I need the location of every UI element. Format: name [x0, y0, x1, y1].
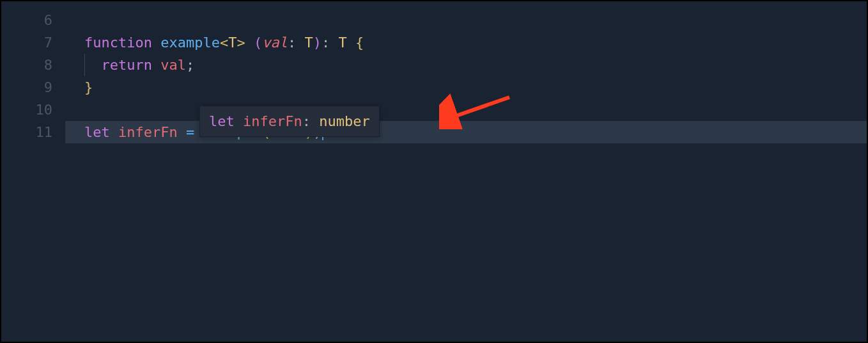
svg-line-1 — [451, 97, 509, 118]
angle-bracket: > — [236, 35, 245, 51]
variable-name: inferFn — [118, 124, 178, 140]
annotation-arrow-icon — [439, 91, 516, 136]
return-type: T — [338, 35, 346, 51]
brace: { — [355, 35, 364, 51]
line-number-gutter: 6 7 8 9 10 11 — [1, 1, 65, 342]
code-line-7[interactable]: function example<T> (val: T): T { — [65, 31, 867, 54]
code-editor[interactable]: 6 7 8 9 10 11 function example<T> (val: … — [1, 1, 867, 342]
tooltip-colon: : — [302, 113, 320, 129]
variable: val — [160, 57, 186, 73]
indent-guide — [84, 54, 85, 76]
tooltip-varname: inferFn — [243, 113, 302, 129]
line-number: 6 — [1, 9, 52, 31]
code-line-6[interactable] — [65, 9, 867, 31]
paren: ( — [254, 35, 262, 51]
paren: ) — [313, 35, 322, 51]
code-line-8[interactable]: return val; — [65, 54, 867, 76]
colon: : — [288, 35, 305, 51]
keyword-function: function — [84, 35, 152, 51]
function-name: example — [160, 35, 220, 51]
keyword-return: return — [102, 57, 152, 73]
operator-equals: = — [186, 124, 194, 140]
code-content[interactable]: function example<T> (val: T): T { return… — [65, 1, 867, 342]
keyword-let: let — [84, 124, 110, 140]
generic-type: T — [228, 35, 236, 51]
line-number: 7 — [1, 31, 52, 54]
line-number: 9 — [1, 76, 52, 99]
angle-bracket: < — [220, 35, 228, 51]
line-number: 8 — [1, 54, 52, 76]
tooltip-keyword: let — [209, 113, 235, 129]
line-number: 11 — [1, 121, 52, 143]
tooltip-type: number — [319, 113, 369, 129]
semicolon: ; — [186, 57, 194, 73]
tooltip-content: let inferFn: number — [209, 110, 370, 132]
brace: } — [84, 79, 93, 95]
hover-tooltip: let inferFn: number — [199, 106, 380, 137]
param-type: T — [304, 35, 313, 51]
param-name: val — [262, 35, 288, 51]
colon: : — [322, 35, 339, 51]
line-number: 10 — [1, 99, 52, 121]
